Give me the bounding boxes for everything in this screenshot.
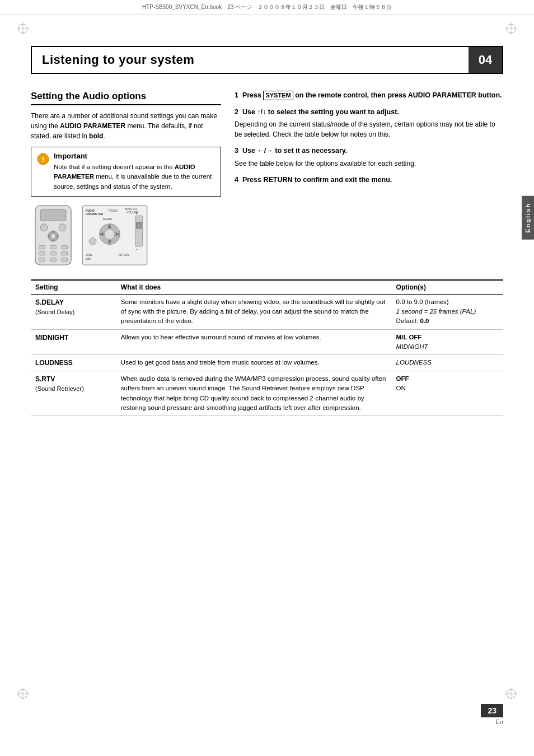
section-heading: Setting the Audio options [31,91,221,105]
page-number-box: 23 [481,704,503,717]
important-content: Important Note that if a setting doesn't… [54,152,215,192]
file-info-text: HTP-SB300_SVYXCN_En.book 23 ページ ２０００９年１０… [142,3,392,11]
svg-point-16 [40,224,48,231]
svg-rect-32 [62,258,68,261]
corner-mark-br [505,688,517,700]
corner-mark-tr [505,22,517,35]
svg-rect-40 [137,222,142,228]
svg-rect-29 [62,251,68,255]
chapter-number: 04 [479,53,492,67]
svg-point-17 [59,224,66,231]
corner-mark-bl [17,688,29,700]
svg-rect-39 [135,216,143,246]
option-midnight: M/L OFF MIDNIGHT [392,329,503,355]
chapter-title: Listening to your system [42,53,458,67]
page-footer-inner: 23 En [481,704,503,725]
setting-sdelay: S.DELAY(Sound Delay) [31,294,116,329]
svg-text:−: − [136,247,138,251]
what-loudness: Used to get good bass and treble from mu… [116,355,392,371]
step-4: 4 Press RETURN to confirm and exit the m… [235,175,503,185]
chapter-title-area: Listening to your system [32,47,469,73]
important-icon: ! [37,153,49,165]
svg-text:MIDI: MIDI [86,258,91,260]
svg-text:TONE: TONE [86,253,93,256]
step-3-body: See the table below for the options avai… [235,158,503,169]
table-header-setting: Setting [31,280,116,295]
audio-options-table: Setting What it does Option(s) S.DELAY(S… [31,279,503,416]
what-srtv: When audio data is removed during the WM… [116,371,392,416]
page-footer: 23 En [481,704,503,725]
main-content: Setting the Audio options There are a nu… [31,91,503,266]
option-sdelay: 0.0 to 9.0 (frames) 1 second = 25 frames… [392,294,503,329]
important-title: Important [54,152,215,160]
english-sidebar-tab: English [522,196,534,240]
table-header-what: What it does [116,280,392,295]
svg-text:!: ! [42,155,44,164]
step-2: 2 Use ↑/↓ to select the setting you want… [235,108,503,140]
step-3: 3 Use ←/→ to set it as necessary. See th… [235,146,503,169]
table-row-loudness: LOUDNESS Used to get good bass and trebl… [31,355,503,371]
svg-text:+: + [136,212,138,216]
option-srtv: OFF ON [392,371,503,416]
corner-mark-tl [17,22,29,35]
chapter-number-box: 04 [469,47,502,73]
setting-midnight: MIDNIGHT [31,329,116,355]
svg-rect-26 [62,245,68,249]
chapter-banner: Listening to your system 04 [31,46,503,74]
svg-rect-27 [39,251,45,255]
step-1-title: 1 Press SYSTEM on the remote control, th… [235,91,503,101]
step-3-title: 3 Use ←/→ to set it as necessary. [235,146,503,156]
svg-rect-15 [40,209,66,221]
option-loudness: LOUDNESS [392,355,503,371]
svg-rect-25 [50,245,57,249]
page-lang: En [496,718,503,725]
svg-rect-24 [39,245,45,249]
svg-text:TOOLS: TOOLS [108,209,118,212]
step-1: 1 Press SYSTEM on the remote control, th… [235,91,503,101]
svg-text:AUDIO: AUDIO [86,209,95,212]
what-midnight: Allows you to hear effective surround so… [116,329,392,355]
setting-loudness: LOUDNESS [31,355,116,371]
important-box: ! Important Note that if a setting doesn… [31,147,221,197]
table-row-srtv: S.RTV(Sound Retriever) When audio data i… [31,371,503,416]
svg-rect-28 [50,251,57,255]
step-2-body: Depending on the current status/mode of … [235,119,503,139]
control-panel-image: AUDIO PARAMETER TOOLS MASTER VOLUME + − … [81,204,148,266]
svg-text:RETURN: RETURN [118,253,129,256]
what-sdelay: Some monitors have a slight delay when s… [116,294,392,329]
svg-point-45 [105,229,115,239]
table-row-midnight: MIDNIGHT Allows you to hear effective su… [31,329,503,355]
svg-text:PARAMETER: PARAMETER [86,212,104,216]
remote-images: AUDIO PARAMETER TOOLS MASTER VOLUME + − … [31,204,221,266]
right-column: 1 Press SYSTEM on the remote control, th… [235,91,503,266]
step-2-title: 2 Use ↑/↓ to select the setting you want… [235,108,503,118]
setting-srtv: S.RTV(Sound Retriever) [31,371,116,416]
svg-rect-30 [39,258,45,261]
system-key-box: SYSTEM [263,91,293,100]
step-4-title: 4 Press RETURN to confirm and exit the m… [235,175,503,185]
svg-text:MENU: MENU [103,217,112,220]
important-text: Note that if a setting doesn't appear in… [54,162,215,192]
remote-control-image [31,204,76,266]
file-info-bar: HTP-SB300_SVYXCN_En.book 23 ページ ２０００９年１０… [0,0,534,15]
svg-point-50 [89,237,96,245]
table-header-option: Option(s) [392,280,503,295]
svg-rect-31 [50,258,57,261]
table-row-sdelay: S.DELAY(Sound Delay) Some monitors have … [31,294,503,329]
section-intro: There are a number of additional sound s… [31,111,221,141]
left-column: Setting the Audio options There are a nu… [31,91,221,266]
svg-point-19 [50,234,55,239]
